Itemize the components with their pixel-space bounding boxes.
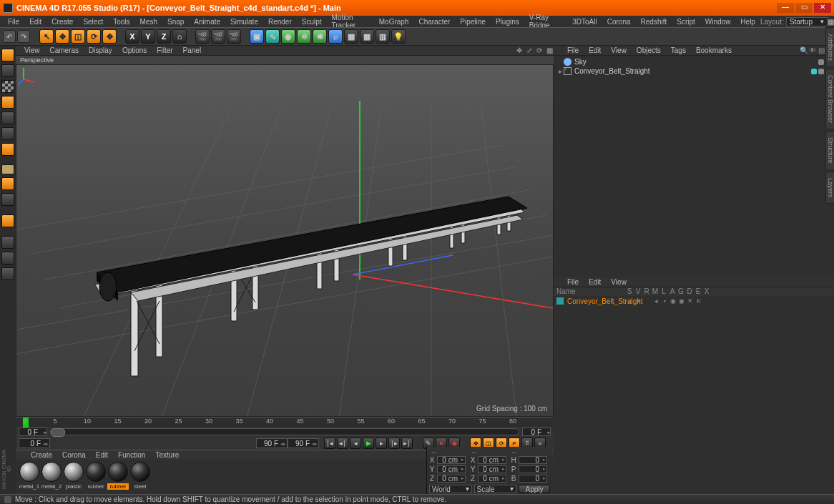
mat-texture[interactable]: Texture [150, 451, 184, 459]
obj-objects[interactable]: Objects [632, 46, 666, 54]
menu-corona[interactable]: Corona [602, 18, 636, 26]
mat-edit[interactable]: Edit [91, 451, 113, 459]
menu-character[interactable]: Character [413, 18, 455, 26]
workplane-button[interactable] [1, 96, 14, 109]
object-row-sky[interactable]: Sky [556, 57, 831, 66]
end-frame-field[interactable]: 90 F [256, 438, 288, 448]
menu-mesh[interactable]: Mesh [135, 18, 162, 26]
coord-size-field[interactable]: 0 cm [478, 456, 506, 464]
bulb-icon[interactable]: 💡 [391, 29, 406, 44]
misc-tool-2[interactable] [1, 252, 14, 265]
range-end-field[interactable]: 0 F [522, 428, 551, 436]
menu-animate[interactable]: Animate [189, 18, 225, 26]
menu-window[interactable]: Window [700, 18, 736, 26]
menu-script[interactable]: Script [672, 18, 700, 26]
tab-content-browser[interactable]: Content Browser [825, 69, 834, 129]
coord-system-toggle[interactable]: ⌂ [172, 29, 187, 44]
vp-filter[interactable]: Filter [152, 46, 177, 54]
misc-tool-1[interactable] [1, 236, 14, 249]
menu-file[interactable]: File [3, 18, 24, 26]
lay-file[interactable]: File [562, 278, 584, 286]
tab-structure[interactable]: Structure [825, 131, 834, 170]
vp-layout-icon[interactable]: ▦ [545, 46, 554, 55]
add-generator-button[interactable]: ◉ [281, 29, 295, 44]
layer-flag[interactable]: K [695, 297, 703, 305]
add-deformer-button[interactable]: ※ [297, 29, 311, 44]
coord-mode-select[interactable]: Scale [474, 485, 517, 493]
layer-dot[interactable] [811, 69, 817, 74]
vp-panel[interactable]: Panel [178, 46, 207, 54]
obj-bookmarks[interactable]: Bookmarks [691, 46, 737, 54]
edges-mode-button[interactable] [1, 127, 14, 140]
layer-row[interactable]: Conveyor_Belt_Straight ✓ ▪ ◂ ▪ ◉ ◉ ✕ K [554, 296, 834, 306]
layer-flag[interactable]: ◂ [652, 297, 660, 305]
render-view-button[interactable]: 🎬 [195, 29, 210, 44]
model-mode-button[interactable] [1, 49, 14, 61]
vp-display[interactable]: Display [84, 46, 117, 54]
viewport-3d[interactable]: Grid Spacing : 100 cm [16, 64, 554, 417]
vis-dot[interactable] [818, 69, 824, 74]
object-tree[interactable]: Sky ▸ Conveyor_Belt_Straight [554, 56, 834, 277]
layout-config-icon[interactable]: ▦ [828, 18, 834, 26]
vp-nav-rotate-icon[interactable]: ⟳ [535, 46, 544, 55]
minimize-button[interactable]: — [777, 3, 794, 13]
obj-search-icon[interactable]: 🔍 [800, 46, 808, 54]
layer-flag[interactable]: ▪ [634, 297, 643, 305]
material-slot[interactable]: plastic [63, 462, 84, 490]
add-tag-button[interactable]: ▥ [376, 29, 390, 44]
vp-options[interactable]: Options [117, 46, 152, 54]
vis-dot[interactable] [818, 59, 824, 65]
object-mode-button[interactable] [1, 64, 14, 77]
layer-flag[interactable]: ✕ [686, 297, 695, 305]
coord-apply-button[interactable]: Apply [519, 485, 550, 493]
coord-rot-field[interactable]: 0 [519, 475, 547, 483]
maximize-button[interactable]: ▭ [795, 3, 813, 13]
menu-sculpt[interactable]: Sculpt [297, 18, 327, 26]
texture-mode-button[interactable] [1, 80, 14, 93]
material-slot[interactable]: metal_1 [19, 462, 40, 490]
material-slot[interactable]: rubber [107, 462, 129, 490]
vp-nav-zoom-icon[interactable]: ⤢ [525, 46, 534, 55]
close-button[interactable]: ✕ [814, 3, 831, 13]
menu-redshift[interactable]: Redshift [636, 18, 672, 26]
add-scene-button[interactable]: ▦ [360, 29, 374, 44]
obj-view[interactable]: View [606, 46, 632, 54]
prev-frame-button[interactable]: ◂ [350, 438, 361, 449]
material-slot[interactable]: rubber [85, 462, 107, 490]
axis-x-toggle[interactable]: X [125, 29, 139, 44]
obj-file[interactable]: File [562, 46, 584, 54]
polys-mode-button[interactable] [1, 143, 14, 156]
add-camera-button[interactable]: ⌕ [328, 29, 343, 44]
locked-workplane-button[interactable] [1, 214, 14, 227]
menu-render[interactable]: Render [263, 18, 297, 26]
coord-rot-field[interactable]: 0 [519, 465, 547, 473]
layer-flag[interactable]: ◉ [677, 297, 686, 305]
rotate-tool[interactable]: ⟳ [87, 29, 101, 44]
menu-select[interactable]: Select [78, 18, 108, 26]
vp-cameras[interactable]: Cameras [45, 46, 84, 54]
tab-attributes[interactable]: Attributes [825, 27, 834, 67]
undo-button[interactable]: ↶ [3, 30, 16, 43]
menu-create[interactable]: Create [46, 18, 78, 26]
range-thumb[interactable] [51, 428, 65, 437]
material-slot[interactable]: metal_2 [41, 462, 62, 490]
axis-tool-button[interactable] [1, 164, 14, 174]
misc-tool-3[interactable] [1, 267, 14, 280]
object-name[interactable]: Sky [574, 58, 818, 66]
vp-nav-move-icon[interactable]: ✥ [515, 46, 524, 55]
mat-function[interactable]: Function [113, 451, 150, 459]
add-spline-button[interactable]: ∿ [265, 29, 280, 44]
next-key-button[interactable]: ∣▸ [388, 438, 400, 449]
menu-simulate[interactable]: Simulate [225, 18, 263, 26]
lay-edit[interactable]: Edit [584, 278, 606, 286]
prev-key-button[interactable]: ◂∣ [337, 438, 348, 449]
points-mode-button[interactable] [1, 112, 14, 124]
menu-help[interactable]: Help [735, 18, 760, 26]
add-primitive-button[interactable]: ▣ [250, 29, 264, 44]
mat-corona[interactable]: Corona [57, 451, 91, 459]
goto-start-button[interactable]: ∣◂ [324, 438, 335, 449]
total-frames-field[interactable]: 90 F [288, 438, 319, 448]
render-settings-button[interactable]: 🎬 [227, 29, 241, 44]
menu-3dtoall[interactable]: 3DToAll [567, 18, 602, 26]
coord-size-field[interactable]: 0 cm [478, 475, 506, 483]
